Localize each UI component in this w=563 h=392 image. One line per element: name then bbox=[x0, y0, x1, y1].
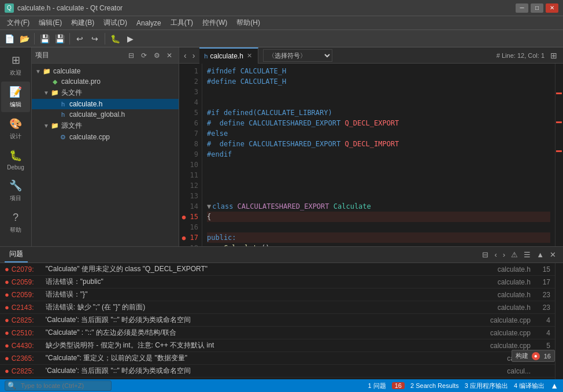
problem-row-7[interactable]: ● C2365: "Calculate": 重定义；以前的定义是 "数据变量" … bbox=[0, 352, 555, 365]
code-editor[interactable]: 1234567891011121314● 1516● 171819202122●… bbox=[179, 64, 563, 246]
fold-indicator[interactable]: ▼ bbox=[207, 201, 211, 212]
tree-label: calculate.cpp bbox=[69, 133, 176, 141]
sidebar-icon-tools[interactable]: 🔧项目 bbox=[1, 175, 30, 206]
problems-prev-button[interactable]: ‹ bbox=[492, 249, 499, 260]
undo-button[interactable]: ↩ bbox=[73, 32, 87, 45]
status-tab-3[interactable]: 3 应用程序输出 bbox=[465, 382, 508, 390]
problems-settings-button[interactable]: ☰ bbox=[521, 249, 533, 260]
maximize-button[interactable]: □ bbox=[531, 3, 543, 13]
tree-item-calculate-h[interactable]: h calculate.h bbox=[32, 99, 179, 109]
tree-icon-pro: ◆ bbox=[50, 77, 60, 86]
sidebar-icon-design[interactable]: 🎨设计 bbox=[1, 113, 30, 144]
tab-file-icon: h bbox=[204, 53, 208, 60]
menu-item-f[interactable]: 文件(F) bbox=[2, 17, 34, 29]
tree-item-calculate-global-h[interactable]: h calculate_global.h bbox=[32, 109, 179, 120]
sidebar-icon-help[interactable]: ?帮助 bbox=[1, 207, 30, 238]
code-line-14: ▼class CALCULATESHARED_EXPORT Calculate bbox=[207, 201, 550, 212]
problem-row-1[interactable]: ● C2059: 语法错误："public" calculate.h 17 bbox=[0, 276, 555, 289]
editor-tabs: ‹ › h calculate.h ✕ 〈选择符号〉 # Line: 12, C… bbox=[179, 47, 563, 64]
token-red-kw: Q_DECL_IMPORT bbox=[345, 139, 399, 149]
token-kw: class bbox=[212, 201, 237, 212]
settings-button[interactable]: ⚙ bbox=[151, 50, 162, 61]
icon-shape-design: 🎨 bbox=[9, 117, 23, 131]
problems-close-button[interactable]: ✕ bbox=[547, 249, 558, 260]
menu-item-d[interactable]: 调试(D) bbox=[99, 17, 132, 29]
menu-item-h[interactable]: 帮助(H) bbox=[232, 17, 265, 29]
tab-nav-prev[interactable]: ‹ bbox=[182, 50, 189, 61]
prob-line-4: 4 bbox=[533, 316, 550, 324]
sync-button[interactable]: ⟳ bbox=[138, 50, 150, 61]
code-line-11 bbox=[207, 170, 550, 180]
sidebar-icon-run-bottom[interactable]: ▶calculate bbox=[1, 240, 30, 246]
code-content[interactable]: #ifndef CALCULATE_H#define CALCULATE_H #… bbox=[202, 64, 555, 246]
tab-nav-next[interactable]: › bbox=[190, 50, 198, 61]
problem-row-8[interactable]: ● C2825: 'Calculate': 当后面跟 "::" 时必须为类或命名… bbox=[0, 365, 555, 378]
line-num-5: 5 bbox=[179, 108, 198, 118]
tree-item----[interactable]: ▼ 📁 源文件 bbox=[32, 120, 179, 132]
problem-row-5[interactable]: ● C2510: "Calculate" : "::" 的左边必须是类/结构/联… bbox=[0, 327, 555, 339]
minimize-button[interactable]: ─ bbox=[516, 3, 528, 13]
error-icon-8: ● bbox=[5, 367, 9, 375]
status-tab-1[interactable]: 1 问题 bbox=[368, 382, 386, 390]
symbol-selector[interactable]: 〈选择符号〉 bbox=[263, 49, 332, 62]
save-all-button[interactable]: 💾 bbox=[53, 32, 66, 45]
tree-label: 头文件 bbox=[61, 88, 176, 98]
sidebar-icon-welcome[interactable]: ⊞欢迎 bbox=[1, 50, 30, 80]
close-button[interactable]: ✕ bbox=[546, 3, 558, 13]
line-num-10: 10 bbox=[179, 160, 198, 170]
problems-filter-button[interactable]: ⊟ bbox=[480, 249, 491, 260]
tab-close-button[interactable]: ✕ bbox=[246, 52, 253, 60]
problems-collapse-button[interactable]: ▲ bbox=[534, 249, 546, 260]
redo-button[interactable]: ↪ bbox=[88, 32, 102, 45]
editor-scroll-gutter[interactable] bbox=[555, 64, 563, 246]
split-editor-button[interactable]: ⊞ bbox=[549, 50, 558, 61]
problems-tab[interactable]: 问题 bbox=[5, 247, 28, 262]
problem-row-0[interactable]: ● C2079: "Calculate" 使用未定义的 class "Q_DEC… bbox=[0, 263, 555, 276]
prob-code-1: C2059: bbox=[12, 278, 43, 286]
save-button[interactable]: 💾 bbox=[38, 32, 51, 45]
problems-warning-filter[interactable]: ⚠ bbox=[509, 249, 520, 260]
run-button[interactable]: ▶ bbox=[123, 32, 137, 45]
status-tab-4[interactable]: 4 编译输出 bbox=[514, 382, 545, 390]
sidebar-icon-debug[interactable]: 🐛Debug bbox=[1, 145, 30, 174]
debug-button[interactable]: 🐛 bbox=[108, 32, 122, 45]
filter-button[interactable]: ⊟ bbox=[125, 50, 137, 61]
tree-item----[interactable]: ▼ 📁 头文件 bbox=[32, 87, 179, 99]
error-icon-3: ● bbox=[5, 303, 9, 312]
title-bar: Q calculate.h - calculate - Qt Creator ─… bbox=[0, 0, 563, 16]
code-line-1: #ifndef CALCULATE_H bbox=[207, 66, 550, 76]
problem-row-6[interactable]: ● C4430: 缺少类型说明符 - 假定为 int。注意: C++ 不支持默认… bbox=[0, 339, 555, 352]
menu-item-analyze[interactable]: Analyze bbox=[132, 18, 166, 28]
menu-item-e[interactable]: 编辑(E) bbox=[34, 17, 66, 29]
menu-item-b[interactable]: 构建(B) bbox=[66, 17, 99, 29]
line-info: # Line: 12, Col: 1 bbox=[492, 52, 549, 59]
menu-item-t[interactable]: 工具(T) bbox=[166, 17, 198, 29]
code-line-12 bbox=[207, 180, 550, 191]
new-file-button[interactable]: 📄 bbox=[2, 32, 16, 45]
close-panel-button[interactable]: ✕ bbox=[164, 50, 175, 61]
status-tab-2[interactable]: 2 Search Results bbox=[410, 382, 459, 389]
token-pp: #else bbox=[207, 128, 228, 139]
problems-scrollbar[interactable] bbox=[555, 263, 563, 379]
problem-row-3[interactable]: ● C2143: 语法错误: 缺少 ";" (在 "}" 的前面) calcul… bbox=[0, 301, 555, 314]
build-error-dot: ● bbox=[532, 352, 540, 360]
line-num-8: 8 bbox=[179, 139, 198, 149]
tree-item-calculate-pro[interactable]: ◆ calculate.pro bbox=[32, 76, 179, 87]
menu-item-w[interactable]: 控件(W) bbox=[198, 17, 232, 29]
tree-item-calculate-cpp[interactable]: ⚙ calculate.cpp bbox=[32, 132, 179, 142]
output-up-button[interactable]: ▲ bbox=[550, 381, 558, 390]
token-red-kw: Q_DECL_EXPORT bbox=[345, 118, 399, 128]
problem-row-4[interactable]: ● C2825: 'Calculate': 当后面跟 "::" 时必须为类或命名… bbox=[0, 314, 555, 327]
tab-calculate-h[interactable]: h calculate.h ✕ bbox=[199, 47, 258, 64]
open-file-button[interactable]: 📂 bbox=[17, 32, 31, 45]
search-input[interactable] bbox=[18, 382, 111, 389]
problems-next-button[interactable]: › bbox=[501, 249, 508, 260]
prob-code-2: C2059: bbox=[12, 291, 43, 299]
problem-row-2[interactable]: ● C2059: 语法错误："}" calculate.h 23 bbox=[0, 289, 555, 301]
sidebar-icon-edit[interactable]: 📝编辑 bbox=[1, 82, 30, 112]
tree-item-calculate[interactable]: ▼ 📁 calculate bbox=[32, 66, 179, 76]
sidebar-label-help: 帮助 bbox=[10, 226, 21, 234]
tree-label: calculate bbox=[53, 67, 176, 75]
line-num-1: 1 bbox=[179, 66, 198, 76]
search-box[interactable]: 🔍 bbox=[5, 380, 112, 391]
